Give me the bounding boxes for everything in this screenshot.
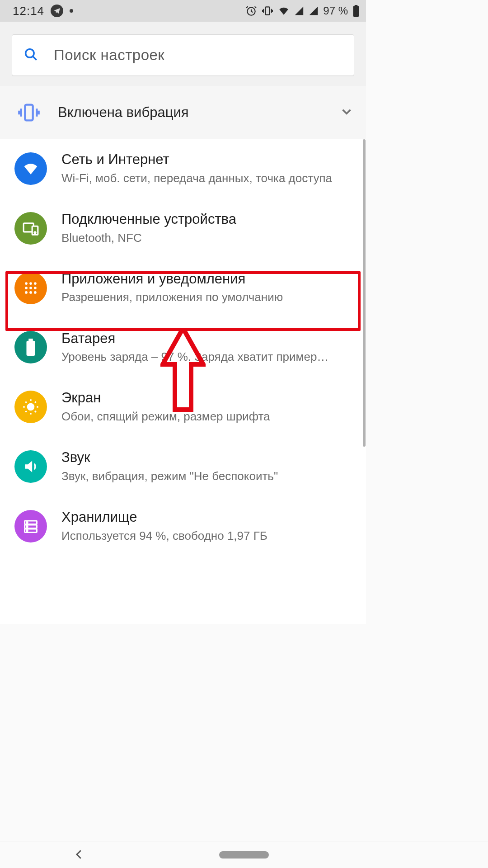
svg-point-16 <box>25 291 28 294</box>
status-left: 12:14 <box>13 4 73 18</box>
settings-item-apps-notifications[interactable]: Приложения и уведомления Разрешения, при… <box>0 259 366 318</box>
wifi-circle-icon <box>14 152 47 185</box>
svg-rect-20 <box>28 339 33 341</box>
item-title: Хранилище <box>61 509 267 526</box>
svg-point-4 <box>26 49 34 57</box>
item-title: Экран <box>61 389 270 407</box>
item-subtitle: Bluetooth, NFC <box>61 230 236 246</box>
battery-percent: 97 % <box>323 5 348 17</box>
battery-icon <box>352 5 360 17</box>
settings-list: Сеть и Интернет Wi-Fi, моб. сети, переда… <box>0 139 366 624</box>
item-subtitle: Уровень заряда – 97 %. Заряда хватит при… <box>61 349 328 365</box>
brightness-icon <box>14 391 47 423</box>
svg-rect-6 <box>25 104 33 120</box>
vibrate-icon <box>262 5 273 17</box>
search-placeholder: Поиск настроек <box>54 47 164 64</box>
svg-line-5 <box>33 57 37 60</box>
svg-point-26 <box>26 526 28 527</box>
settings-item-sound[interactable]: Звук Звук, вибрация, режим "Не беспокоит… <box>0 437 366 497</box>
scrollbar[interactable] <box>363 139 366 447</box>
svg-point-10 <box>25 282 28 285</box>
svg-point-13 <box>25 287 28 289</box>
svg-point-25 <box>26 522 28 523</box>
storage-icon <box>14 510 47 542</box>
svg-rect-3 <box>355 5 358 6</box>
svg-point-11 <box>29 282 32 285</box>
svg-point-27 <box>26 530 28 531</box>
svg-rect-2 <box>353 6 359 17</box>
signal-1-icon <box>294 6 304 16</box>
svg-rect-1 <box>266 7 270 14</box>
chevron-down-icon <box>339 104 354 121</box>
telegram-icon <box>51 5 63 17</box>
settings-item-storage[interactable]: Хранилище Используется 94 %, свободно 1,… <box>0 497 366 557</box>
notification-dot-icon <box>70 9 73 13</box>
search-settings-input[interactable]: Поиск настроек <box>12 34 354 76</box>
item-subtitle: Wi-Fi, моб. сети, передача данных, точка… <box>61 170 332 186</box>
item-subtitle: Звук, вибрация, режим "Не беспокоить" <box>61 468 278 484</box>
sound-mode-row[interactable]: Включена вибрация <box>0 86 366 139</box>
status-bar: 12:14 97 % <box>0 0 366 22</box>
wifi-icon <box>278 5 290 17</box>
item-subtitle: Обои, спящий режим, размер шрифта <box>61 409 270 425</box>
item-title: Батарея <box>61 330 328 348</box>
settings-header: Поиск настроек <box>0 22 366 86</box>
svg-point-18 <box>34 291 37 294</box>
settings-item-connected-devices[interactable]: Подключенные устройства Bluetooth, NFC <box>0 199 366 259</box>
status-clock: 12:14 <box>13 4 44 18</box>
search-icon <box>23 47 38 64</box>
sound-icon <box>14 450 47 483</box>
svg-point-12 <box>34 282 37 285</box>
item-subtitle: Разрешения, приложения по умолчанию <box>61 289 283 305</box>
svg-point-17 <box>29 291 32 294</box>
item-title: Приложения и уведомления <box>61 270 283 288</box>
svg-point-14 <box>29 287 32 289</box>
svg-rect-19 <box>27 341 35 356</box>
settings-item-battery[interactable]: Батарея Уровень заряда – 97 %. Заряда хв… <box>0 318 366 378</box>
status-right: 97 % <box>245 5 360 17</box>
signal-2-icon <box>309 6 319 16</box>
battery-circle-icon <box>14 331 47 363</box>
item-subtitle: Используется 94 %, свободно 1,97 ГБ <box>61 528 267 544</box>
devices-icon <box>14 212 47 245</box>
svg-point-21 <box>28 404 33 410</box>
settings-item-display[interactable]: Экран Обои, спящий режим, размер шрифта <box>0 377 366 437</box>
alarm-icon <box>245 5 257 17</box>
svg-point-9 <box>34 232 36 233</box>
item-title: Сеть и Интернет <box>61 151 332 169</box>
svg-point-15 <box>34 287 37 289</box>
sound-mode-label: Включена вибрация <box>43 104 339 121</box>
item-title: Звук <box>61 449 278 467</box>
settings-item-network[interactable]: Сеть и Интернет Wi-Fi, моб. сети, переда… <box>0 139 366 199</box>
vibrate-mode-icon <box>14 101 43 124</box>
apps-icon <box>14 272 47 304</box>
item-title: Подключенные устройства <box>61 211 236 228</box>
